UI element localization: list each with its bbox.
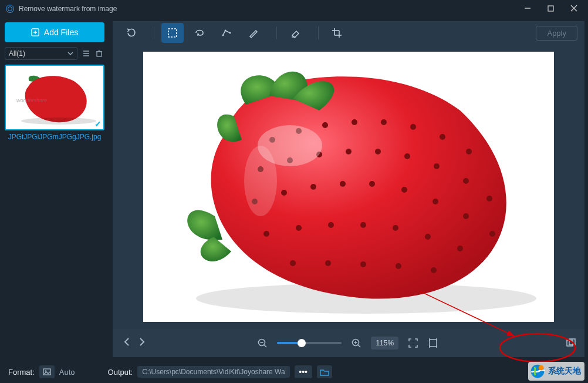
svg-point-57 xyxy=(290,260,296,266)
app-logo-icon xyxy=(6,5,14,13)
svg-point-26 xyxy=(322,122,328,128)
actual-size-button[interactable] xyxy=(428,338,438,348)
zoom-out-button[interactable] xyxy=(257,338,268,348)
svg-point-17 xyxy=(229,32,231,34)
maximize-button[interactable] xyxy=(548,5,554,14)
plus-icon xyxy=(31,28,39,36)
title-bar: Remove watermark from image xyxy=(0,0,588,18)
svg-line-68 xyxy=(358,345,360,347)
output-path: C:\Users\pc\Documents\VidiKit\Joyoshare … xyxy=(137,366,289,378)
canvas[interactable] xyxy=(113,41,584,329)
format-label: Format: xyxy=(8,368,35,377)
zoom-percent-label: 115% xyxy=(371,337,398,350)
selected-check-icon: ✓ xyxy=(94,119,102,129)
add-files-label: Add Files xyxy=(44,28,78,37)
output-more-button[interactable]: ••• xyxy=(295,365,312,378)
format-icon[interactable] xyxy=(39,365,55,378)
zoom-in-button[interactable] xyxy=(351,338,361,348)
filter-dropdown[interactable]: All(1) xyxy=(5,47,77,60)
svg-point-37 xyxy=(404,153,410,159)
svg-point-27 xyxy=(352,119,357,125)
svg-point-28 xyxy=(381,119,387,125)
svg-point-60 xyxy=(396,263,401,269)
thumbnail-item[interactable]: wondershare ✓ JPGtJPGiJPGmJPGgJPG.jpg xyxy=(5,65,104,141)
svg-rect-71 xyxy=(430,340,437,347)
globe-icon xyxy=(529,363,546,379)
brand-text: 系统天地 xyxy=(548,366,581,377)
svg-point-59 xyxy=(360,261,366,267)
prev-image-button[interactable] xyxy=(121,335,133,351)
compare-button[interactable] xyxy=(566,338,576,348)
sidebar: Add Files All(1) wondershare ✓ xyxy=(0,18,109,361)
navigation-bar: 115% xyxy=(113,329,584,357)
undo-button[interactable] xyxy=(120,23,142,43)
svg-point-29 xyxy=(410,124,416,130)
svg-point-58 xyxy=(325,260,331,266)
thumbnail-watermark: wondershare xyxy=(16,98,47,103)
svg-point-53 xyxy=(360,222,366,228)
apply-button[interactable]: Apply xyxy=(536,26,577,41)
marquee-tool-button[interactable] xyxy=(161,23,184,43)
svg-point-35 xyxy=(346,149,352,154)
svg-point-45 xyxy=(369,181,375,187)
svg-point-50 xyxy=(263,231,269,237)
svg-point-38 xyxy=(434,163,440,169)
svg-point-30 xyxy=(440,134,445,140)
polygon-tool-button[interactable] xyxy=(215,23,238,43)
svg-point-16 xyxy=(225,30,227,32)
svg-point-83 xyxy=(539,365,544,371)
window-title: Remove watermark from image xyxy=(19,5,117,13)
svg-point-55 xyxy=(425,234,431,240)
svg-point-39 xyxy=(463,178,469,184)
fit-screen-button[interactable] xyxy=(408,338,418,348)
add-files-button[interactable]: Add Files xyxy=(5,22,104,42)
status-bar: Format: Auto Output: C:\Users\pc\Documen… xyxy=(0,361,588,383)
svg-point-48 xyxy=(463,213,469,219)
editor-image xyxy=(143,52,554,322)
svg-point-49 xyxy=(489,231,495,237)
thumbnail-filename: JPGtJPGiJPGmJPGgJPG.jpg xyxy=(5,133,104,141)
chevron-down-icon xyxy=(67,51,73,56)
svg-rect-14 xyxy=(168,29,177,37)
svg-point-63 xyxy=(244,146,277,216)
crop-tool-button[interactable] xyxy=(326,23,348,43)
svg-point-40 xyxy=(486,196,492,201)
svg-rect-1 xyxy=(548,6,553,11)
lasso-tool-button[interactable] xyxy=(188,23,211,43)
svg-point-56 xyxy=(457,246,463,251)
brand-watermark: 系统天地 xyxy=(528,362,584,381)
output-label: Output: xyxy=(108,368,133,377)
close-button[interactable] xyxy=(570,5,577,14)
brush-tool-button[interactable] xyxy=(242,23,265,43)
main-area: Add Files All(1) wondershare ✓ xyxy=(0,18,588,361)
svg-point-15 xyxy=(222,35,224,36)
filter-label: All(1) xyxy=(9,49,25,58)
svg-point-46 xyxy=(401,187,407,193)
svg-point-13 xyxy=(21,117,96,125)
svg-point-44 xyxy=(340,181,346,187)
svg-point-36 xyxy=(375,149,381,154)
output-browse-button[interactable] xyxy=(317,365,332,378)
editor-panel: Apply xyxy=(113,21,584,357)
svg-point-31 xyxy=(466,149,472,154)
list-view-button[interactable] xyxy=(81,48,92,59)
next-image-button[interactable] xyxy=(136,335,148,351)
format-value: Auto xyxy=(59,368,75,377)
svg-rect-10 xyxy=(97,52,102,56)
svg-point-52 xyxy=(328,222,334,228)
svg-point-47 xyxy=(432,199,438,204)
svg-point-54 xyxy=(393,225,398,231)
zoom-slider[interactable] xyxy=(277,342,342,344)
svg-point-42 xyxy=(281,190,287,196)
minimize-button[interactable] xyxy=(524,5,531,14)
eraser-tool-button[interactable] xyxy=(284,23,306,43)
svg-point-61 xyxy=(431,267,437,273)
svg-point-51 xyxy=(296,225,302,231)
delete-button[interactable] xyxy=(94,48,104,59)
svg-line-65 xyxy=(264,345,266,347)
svg-point-43 xyxy=(310,184,316,190)
